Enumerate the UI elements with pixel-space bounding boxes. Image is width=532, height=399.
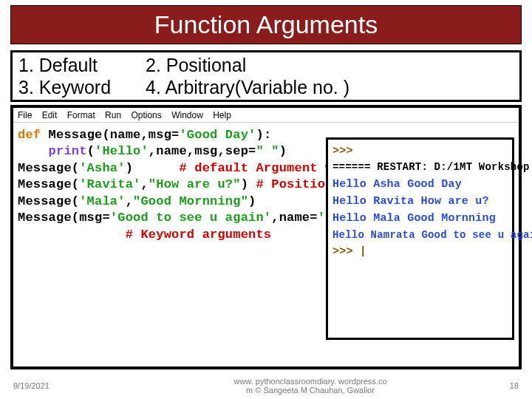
menu-window[interactable]: Window: [171, 110, 203, 120]
c5a: Message(: [18, 177, 79, 191]
type-positional: 2. Positional: [146, 54, 514, 76]
menu-divider: [13, 122, 519, 123]
types-row-2: 3. Keyword 4. Arbitrary(Variable no. ): [18, 76, 514, 98]
menu-options[interactable]: Options: [131, 110, 161, 120]
code-ind: [18, 144, 49, 158]
code-s3: " ": [256, 144, 279, 158]
editor-area: File Edit Format Run Options Window Help…: [10, 105, 522, 369]
c9i: [18, 228, 126, 242]
types-row-1: 1. Default 2. Positional: [18, 54, 514, 76]
output-box: >>> ====== RESTART: D:/1MT Workshop ZIET…: [326, 137, 514, 340]
c6s2: "Good Mornning": [133, 194, 248, 208]
code-m2: ,name,msg,sep=: [149, 144, 256, 158]
code-body: def Message(name,msg='Good Day'): print(…: [13, 126, 519, 243]
footer-credit-2: m © Sangeeta M Chauhan, Gwalior: [246, 386, 375, 395]
c6a: Message(: [18, 194, 79, 208]
title-bar: Function Arguments: [10, 5, 522, 44]
menu-edit[interactable]: Edit: [42, 110, 58, 120]
c8a: Message(msg=: [18, 211, 110, 225]
out-line-1: Hello Asha Good Day: [332, 176, 508, 193]
c5c: # Position: [256, 177, 332, 191]
fn-print: print: [49, 144, 87, 158]
menu-bar: File Edit Format Run Options Window Help: [13, 108, 519, 120]
menu-help[interactable]: Help: [213, 110, 231, 120]
c6s1: 'Mala': [79, 194, 125, 208]
out-line-3: Hello Mala Good Mornning: [332, 210, 508, 227]
c4s: 'Asha': [79, 161, 125, 175]
out-restart: ====== RESTART: D:/1MT Workshop ZIET: [332, 160, 508, 176]
c5b: ): [241, 177, 256, 191]
c8s1: 'Good to see u again': [110, 211, 271, 225]
type-arbitrary: 4. Arbitrary(Variable no. ): [146, 76, 514, 98]
c4a: Message(: [18, 161, 79, 175]
menu-file[interactable]: File: [18, 110, 32, 120]
c6b: ): [248, 194, 256, 208]
footer-pageno: 18: [474, 381, 519, 390]
footer-credit-1: www. pythonclassroomdiary. wordpress.co: [233, 377, 386, 386]
c9c: # Keyword arguments: [126, 228, 272, 242]
code-t1: Message(name,msg=: [41, 128, 179, 142]
menu-run[interactable]: Run: [105, 110, 121, 120]
code-t1b: ):: [256, 128, 271, 142]
c4b: ): [126, 161, 180, 175]
c5m: ,: [140, 177, 148, 191]
code-s1: 'Good Day': [179, 128, 256, 142]
code-s2: 'Hello': [95, 144, 149, 158]
type-keyword: 3. Keyword: [18, 76, 146, 98]
code-cl: ): [279, 144, 287, 158]
type-default: 1. Default: [18, 54, 146, 76]
argument-types-box: 1. Default 2. Positional 3. Keyword 4. A…: [10, 50, 522, 102]
menu-format[interactable]: Format: [67, 110, 95, 120]
c5s2: "How are u?": [149, 177, 241, 191]
footer-credit: www. pythonclassroomdiary. wordpress.co …: [146, 377, 474, 395]
out-prompt-2: >>> |: [332, 243, 508, 260]
c4c: # default Argument wil: [179, 161, 348, 175]
slide-title: Function Arguments: [154, 10, 378, 39]
kw-def: def: [18, 128, 41, 142]
out-line-4: Hello Namrata Good to see u again: [332, 228, 508, 244]
c5s1: 'Ravita': [79, 177, 140, 191]
out-line-2: Hello Ravita How are u?: [332, 193, 508, 210]
c8m: ,name=: [271, 211, 317, 225]
code-op: (: [87, 144, 95, 158]
out-prompt-1: >>>: [332, 143, 508, 160]
footer-date: 9/19/2021: [13, 381, 146, 390]
c6m: ,: [126, 194, 133, 208]
footer: 9/19/2021 www. pythonclassroomdiary. wor…: [0, 377, 532, 395]
